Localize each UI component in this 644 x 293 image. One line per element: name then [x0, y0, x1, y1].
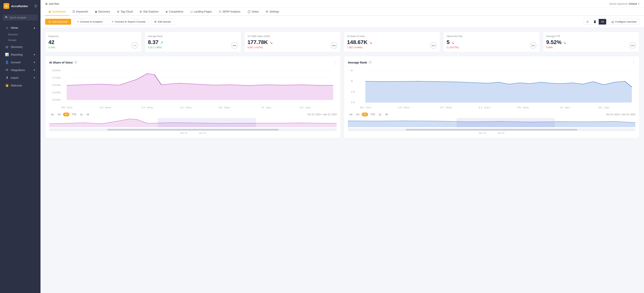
tab-serp-analysis[interactable]: ☷ SERP Analysis	[215, 8, 244, 16]
svg-text:12%: 12%	[532, 45, 535, 47]
svg-text:22. Jan: 22. Jan	[300, 107, 311, 109]
integrations-icon: ⟳	[5, 68, 9, 72]
svg-text:25. Dec: 25. Dec	[517, 107, 529, 109]
sidebar-item-discovery[interactable]: ◎ Discovery	[2, 43, 39, 51]
chart-share-of-voice: AI Share of Voice ? ⋮ 200K 175K 150K 125…	[45, 56, 341, 138]
svg-text:27. Nov: 27. Nov	[440, 107, 452, 109]
configure-overview-button[interactable]: 📊 Configure overview	[608, 19, 639, 25]
kpi-circle-fold: 12%	[529, 42, 537, 49]
chart-rank-svg: 6 8 10 12 30. Oct	[348, 68, 635, 110]
time-btn-3m-sov[interactable]: 3m	[63, 113, 70, 116]
sidebar-item-account[interactable]: 👤 Account ▼	[2, 59, 39, 66]
svg-rect-34	[158, 118, 256, 127]
svg-text:12: 12	[351, 101, 355, 103]
svg-text:8. Jan: 8. Jan	[262, 107, 271, 109]
search-icon: 🔍	[5, 16, 8, 19]
kpi-circle-rank: 93%	[230, 42, 238, 49]
trend-down-icon-ctr: ↘	[563, 40, 566, 45]
account-icon: 👤	[5, 60, 9, 64]
discovery-icon: ◎	[5, 45, 9, 49]
kpi-card-above-fold: Above the Fold 5 ↘ 2 (-28.57%) 12%	[443, 32, 540, 52]
add-filter-button[interactable]: ⊕ Add filter	[45, 2, 60, 6]
trend-down-icon-sov: ↘	[369, 40, 372, 45]
time-btn-3m-rank[interactable]: 3m	[362, 113, 368, 116]
add-keywords-button[interactable]: ⊕ Add keywords	[45, 19, 71, 25]
keywords-icon: ☰	[72, 10, 75, 13]
tag-icon: ⊛	[117, 10, 119, 13]
search-console-icon: ↗	[112, 20, 114, 23]
tab-dashboard[interactable]: ▦ Dashboard	[45, 8, 69, 16]
kpi-card-avg-rank: Average Rank 8.37 ↗ 0.16 (-1.85%) 93%	[144, 32, 241, 52]
svg-text:25. Dec: 25. Dec	[218, 107, 230, 109]
device-toggle: 🖥 📱 All	[584, 19, 606, 25]
hamburger-icon[interactable]: ☰	[34, 4, 37, 8]
time-btn-1y-sov[interactable]: 1y	[79, 113, 84, 116]
time-btn-1m-sov[interactable]: 1m	[56, 113, 62, 116]
saved-segments-dropdown[interactable]: Saved segments Default ▾	[609, 2, 639, 5]
help-icon-rank[interactable]: ?	[369, 61, 372, 64]
time-btn-1w-sov[interactable]: 1w	[49, 113, 55, 116]
svg-text:6: 6	[351, 69, 353, 72]
tab-notes[interactable]: 📋 Notes	[244, 8, 262, 16]
kpi-card-avg-ctr: Average CTR 9.52% ↘ 0.49% 41%	[543, 32, 639, 52]
svg-text:10: 10	[351, 91, 355, 93]
tab-site-explorer[interactable]: ⊕ Site Explorer	[136, 8, 162, 16]
time-btn-all-rank[interactable]: All	[384, 113, 389, 116]
time-btn-ytd-sov[interactable]: YTD	[70, 113, 78, 116]
sidebar-item-groups[interactable]: Groups	[0, 37, 40, 43]
action-bar: ⊕ Add keywords ↗ Connect to Analytics ↗ …	[40, 16, 644, 28]
tab-settings[interactable]: ⚙ Settings	[262, 8, 283, 16]
discovery-tab-icon: ◉	[95, 10, 97, 13]
main-content: ⊕ Add filter Saved segments Default ▾ ▦ …	[40, 0, 644, 293]
chart-sov-svg: 200K 175K 150K 125K 100K	[49, 68, 337, 110]
chart-sov-title: AI Share of Voice ?	[49, 61, 77, 64]
trend-up-icon-rank: ↗	[160, 40, 163, 45]
tab-landing-pages[interactable]: ◻ Landing Pages	[187, 8, 215, 16]
chevron-down-icon-4: ▼	[33, 77, 36, 79]
connect-analytics-button[interactable]: ↗ Connect to Analytics	[74, 19, 106, 25]
view-toggle-group: 🖥 📱 All 📊 Configure overview	[584, 19, 639, 25]
plus-icon: ⊕	[48, 20, 51, 23]
trend-down-icon-traffic: ↘	[270, 40, 273, 45]
sidebar-item-import[interactable]: ⬇ Import ▼	[2, 74, 39, 82]
sidebar-item-reporting[interactable]: 📊 Reporting ▼	[2, 51, 39, 58]
quick-navigate-btn[interactable]: 🔍 Quick navigate	[3, 15, 38, 21]
time-btn-1y-rank[interactable]: 1y	[377, 113, 383, 116]
plus-circle-icon: ⊕	[45, 2, 48, 6]
tab-competitors[interactable]: ◈ Competitors	[162, 8, 187, 16]
svg-text:13. Nov: 13. Nov	[99, 107, 112, 109]
edit-domain-button[interactable]: ⚙ Edit domain	[151, 19, 174, 25]
chart-sov-menu[interactable]: ⋮	[333, 60, 337, 65]
svg-text:175K: 175K	[52, 77, 61, 79]
time-btn-all-sov[interactable]: All	[85, 113, 90, 116]
svg-text:93%: 93%	[233, 45, 236, 47]
connect-search-console-button[interactable]: ↗ Connect to Search Console	[108, 19, 149, 25]
chart-rank-time-controls: 1w 1m 3m YTD 1y All Oct 23, 2023 » Jan 2…	[348, 113, 635, 116]
sidebar-item-integrations[interactable]: ⟳ Integrations ▼	[2, 66, 39, 74]
desktop-toggle[interactable]: 🖥	[584, 19, 591, 25]
svg-text:100K: 100K	[52, 99, 61, 101]
chart-rank-menu[interactable]: ⋮	[632, 60, 635, 65]
all-toggle[interactable]: All	[599, 19, 606, 25]
mobile-toggle[interactable]: 📱	[591, 19, 599, 25]
sidebar-item-welcome[interactable]: 👋 Welcome	[2, 82, 39, 89]
time-btn-1m-rank[interactable]: 1m	[354, 113, 361, 116]
tab-keywords[interactable]: ☰ Keywords	[69, 8, 92, 16]
tab-tag-cloud[interactable]: ⊛ Tag Cloud	[114, 8, 136, 16]
svg-text:125K: 125K	[52, 91, 61, 94]
svg-text:11. Dec: 11. Dec	[478, 107, 491, 109]
chart-average-rank: Average Rank ? ⋮ 6 8 10 12	[344, 56, 639, 138]
help-icon-sov[interactable]: ?	[74, 61, 77, 64]
sidebar: A AccuRanker ☰ 🔍 Quick navigate ⌂ Home ▲…	[0, 0, 40, 293]
import-icon: ⬇	[5, 76, 9, 80]
mini-chart-sov: Nov '23 Jan '24	[49, 118, 337, 134]
chart-rank-header: Average Rank ? ⋮	[348, 60, 635, 65]
svg-text:13. Nov: 13. Nov	[398, 107, 410, 109]
mini-label-nov-rank: Nov '23	[479, 132, 486, 134]
chevron-down-icon: ▼	[33, 54, 36, 56]
tab-discovery[interactable]: ◉ Discovery	[92, 8, 114, 16]
sidebar-item-home[interactable]: ⌂ Home ▲	[2, 24, 39, 32]
sidebar-item-domains[interactable]: Domains	[0, 32, 40, 37]
time-btn-ytd-rank[interactable]: YTD	[369, 113, 376, 116]
time-btn-1w-rank[interactable]: 1w	[348, 113, 354, 116]
